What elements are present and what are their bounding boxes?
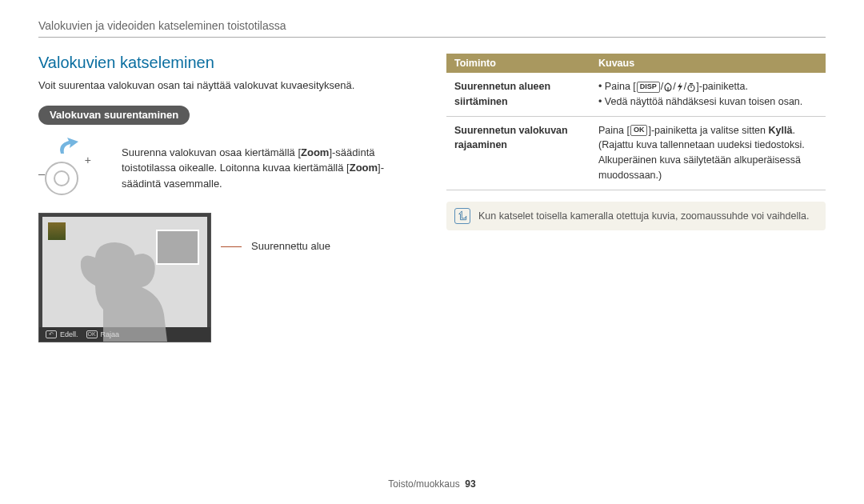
preview-footer-bar: ↶ Edell. OK Rajaa xyxy=(39,327,210,342)
footer-back-pair: ↶ Edell. xyxy=(46,330,78,338)
cell-description: • Paina [DISP///]-painiketta. • Vedä näy… xyxy=(590,73,826,116)
zoom-instruction-row: + – Suurenna valokuvan osaa kiertämällä … xyxy=(38,139,418,197)
page-header-breadcrumb: Valokuvien ja videoiden katseleminen toi… xyxy=(38,19,826,32)
timer-icon xyxy=(686,82,696,92)
cell-description: Paina [OK]-painiketta ja valitse sitten … xyxy=(590,116,826,190)
footer-back-label: Edell. xyxy=(60,330,78,338)
right-column: Toiminto Kuvaus Suurennetun alueen siirt… xyxy=(446,54,826,342)
text-bold: Kyllä xyxy=(769,125,793,136)
plus-sign: + xyxy=(85,154,91,166)
table-row: Suurennetun valokuvan rajaaminen Paina [… xyxy=(446,116,826,190)
callout-leader-line xyxy=(221,246,242,247)
callout-label: Suurennettu alue xyxy=(251,240,330,252)
preview-with-callout: ↶ Edell. OK Rajaa Suurennettu alue xyxy=(38,213,418,342)
intro-paragraph: Voit suurentaa valokuvan osan tai näyttä… xyxy=(38,78,418,93)
macro-icon xyxy=(663,82,673,92)
footer-ok-pair: OK Rajaa xyxy=(86,330,120,338)
page-footer: Toisto/muokkaus 93 xyxy=(0,478,864,490)
text-bold: Zoom xyxy=(301,146,329,158)
thumbnail-overlay xyxy=(47,222,66,241)
left-column: Valokuvien katseleminen Voit suurentaa v… xyxy=(38,54,418,342)
text-fragment: ]-painiketta ja valitse sitten xyxy=(648,125,768,136)
info-note-icon xyxy=(454,208,470,224)
cell-function-name: Suurennetun alueen siirtäminen xyxy=(446,73,590,116)
text-fragment: Paina [ xyxy=(598,125,630,136)
text-fragment: Paina [ xyxy=(605,81,636,92)
text-fragment: ]-painiketta. xyxy=(696,81,748,92)
zoom-selection-rectangle xyxy=(156,230,199,265)
disp-button-icon: DISP xyxy=(637,82,660,93)
table-header-function: Toiminto xyxy=(446,54,590,73)
info-note-box: Kun katselet toisella kameralla otettuja… xyxy=(446,202,826,230)
rotate-arrow-icon xyxy=(56,138,83,158)
zoom-instruction-text: Suurenna valokuvan osaa kiertämällä [Zoo… xyxy=(122,145,418,192)
zoom-dial-illustration: + – xyxy=(38,139,106,197)
table-row: Suurennetun alueen siirtäminen • Paina [… xyxy=(446,73,826,116)
footer-ok-label: Rajaa xyxy=(101,330,120,338)
back-key-icon: ↶ xyxy=(46,330,57,338)
two-column-layout: Valokuvien katseleminen Voit suurentaa v… xyxy=(38,54,826,342)
info-note-text: Kun katselet toisella kameralla otettuja… xyxy=(478,210,809,222)
cell-function-name: Suurennetun valokuvan rajaaminen xyxy=(446,116,590,190)
flash-icon xyxy=(676,82,684,92)
text-fragment: Suurenna valokuvan osaa kiertämällä [ xyxy=(122,146,301,158)
camera-preview-box: ↶ Edell. OK Rajaa xyxy=(38,213,211,342)
footer-page-number: 93 xyxy=(465,478,475,490)
header-divider xyxy=(38,37,826,38)
dial-outer-circle xyxy=(45,162,78,195)
table-header-description: Kuvaus xyxy=(590,54,826,73)
function-table: Toiminto Kuvaus Suurennetun alueen siirt… xyxy=(446,54,826,190)
dial-inner-circle xyxy=(54,170,70,186)
text-fragment: Vedä näyttöä nähdäksesi kuvan toisen osa… xyxy=(605,96,802,107)
ok-key-icon: OK xyxy=(86,330,98,338)
ok-button-icon: OK xyxy=(630,125,648,136)
footer-section-label: Toisto/muokkaus xyxy=(388,478,459,490)
text-bold: Zoom xyxy=(350,162,378,174)
subsection-pill: Valokuvan suurentaminen xyxy=(38,106,190,125)
section-heading: Valokuvien katseleminen xyxy=(38,54,418,72)
